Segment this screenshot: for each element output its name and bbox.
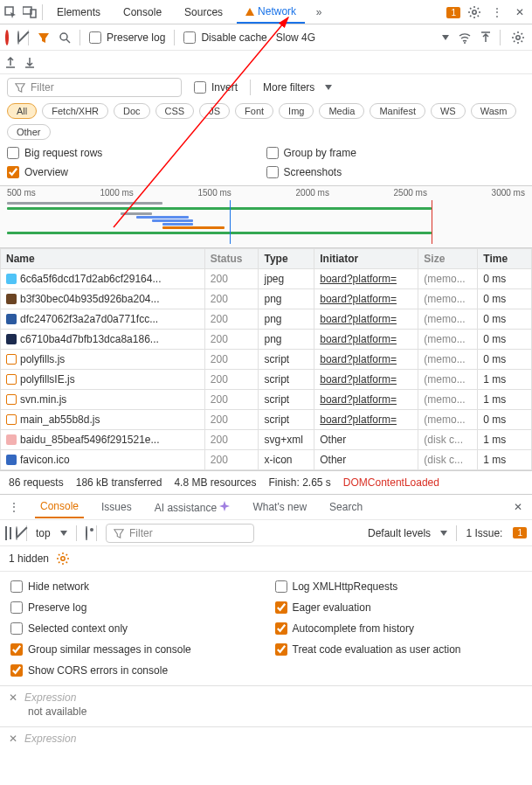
upload-icon[interactable]	[480, 31, 491, 44]
console-settings-icon[interactable]	[56, 552, 70, 566]
pill-css[interactable]: CSS	[155, 103, 195, 119]
live-expression-icon[interactable]	[86, 527, 87, 539]
preserve-log-checkbox[interactable]: Preserve log	[89, 31, 165, 44]
timeline-overview[interactable]: 500 ms 1000 ms 1500 ms 2000 ms 2500 ms 3…	[0, 185, 532, 248]
table-row[interactable]: polyfills.js200scriptboard?platform=(mem…	[1, 350, 532, 370]
pill-manifest[interactable]: Manifest	[370, 103, 425, 119]
cell-initiator[interactable]: Other	[320, 454, 346, 466]
tab-network[interactable]: Network	[237, 1, 305, 24]
drawer-tab-ai[interactable]: AI assistance	[149, 497, 236, 518]
filter-toggle-icon[interactable]	[38, 31, 50, 44]
context-select[interactable]: top	[36, 527, 67, 539]
pill-wasm[interactable]: Wasm	[471, 103, 517, 119]
group-similar-checkbox[interactable]: Group similar messages in console	[10, 643, 258, 656]
table-row[interactable]: c6710ba4d7bfb13dca8a186...200pngboard?pl…	[1, 330, 532, 350]
more-tabs-icon[interactable]: »	[310, 3, 328, 21]
export-icon[interactable]	[5, 56, 16, 68]
pill-img[interactable]: Img	[279, 103, 314, 119]
record-button[interactable]	[5, 31, 9, 44]
treat-code-checkbox[interactable]: Treat code evaluation as user action	[275, 643, 522, 656]
preserve-log-checkbox-2[interactable]: Preserve log	[10, 601, 258, 614]
remove-expression-icon[interactable]: ✕	[9, 691, 17, 704]
cell-initiator[interactable]: board?platform=	[320, 293, 397, 305]
pill-all[interactable]: All	[7, 103, 37, 119]
disable-cache-checkbox[interactable]: Disable cache	[183, 31, 266, 44]
screenshots-checkbox[interactable]: Screenshots	[266, 166, 526, 178]
cell-initiator[interactable]: board?platform=	[320, 313, 397, 325]
remove-expression-icon[interactable]: ✕	[9, 733, 17, 745]
settings-icon[interactable]	[466, 3, 483, 21]
show-cors-checkbox[interactable]: Show CORS errors in console	[10, 664, 258, 677]
expression-placeholder[interactable]: Expression	[24, 691, 76, 704]
table-row[interactable]: polyfillsIE.js200scriptboard?platform=(m…	[1, 370, 532, 390]
throttle-select[interactable]: Slow 4G	[276, 31, 315, 44]
eager-eval-checkbox[interactable]: Eager evaluation	[275, 601, 522, 614]
pill-ws[interactable]: WS	[431, 103, 466, 119]
col-status[interactable]: Status	[204, 249, 259, 269]
kebab-icon[interactable]: ⋮	[488, 3, 506, 21]
levels-select[interactable]: Default levels	[368, 527, 447, 539]
table-row[interactable]: dfc247062f3a2a7d0a771fcc...200pngboard?p…	[1, 309, 532, 330]
issues-indicator[interactable]: 1	[445, 6, 460, 18]
table-row[interactable]: b3f30bec04b935d926ba204...200pngboard?pl…	[1, 289, 532, 309]
cell-initiator[interactable]: board?platform=	[320, 353, 397, 365]
expression-placeholder[interactable]: Expression	[24, 733, 76, 745]
selected-context-checkbox[interactable]: Selected context only	[10, 622, 258, 635]
cell-initiator[interactable]: board?platform=	[320, 373, 397, 386]
hide-network-checkbox[interactable]: Hide network	[10, 580, 258, 593]
pill-font[interactable]: Font	[235, 103, 273, 119]
table-row[interactable]: favicon.ico200x-iconOther(disk c...1 ms	[1, 450, 532, 470]
drawer-tab-console[interactable]: Console	[35, 496, 84, 518]
pill-fetch[interactable]: Fetch/XHR	[42, 103, 108, 119]
network-settings-icon[interactable]	[509, 29, 527, 46]
pill-js[interactable]: JS	[199, 103, 230, 119]
wifi-icon[interactable]	[458, 31, 472, 44]
hidden-label: 1 hidden	[9, 552, 49, 565]
clear-button[interactable]	[17, 31, 19, 44]
cell-size: (memo...	[418, 370, 478, 390]
col-size[interactable]: Size	[418, 249, 478, 269]
filter-input[interactable]: Filter	[7, 78, 182, 97]
autocomplete-checkbox[interactable]: Autocomplete from history	[275, 622, 522, 635]
tab-sources[interactable]: Sources	[176, 2, 231, 23]
cell-initiator[interactable]: board?platform=	[320, 393, 397, 406]
inspect-icon[interactable]	[3, 5, 17, 19]
pill-media[interactable]: Media	[319, 103, 364, 119]
cell-initiator[interactable]: board?platform=	[320, 333, 397, 345]
col-time[interactable]: Time	[478, 249, 532, 269]
console-filter-input[interactable]: Filter	[106, 524, 254, 543]
tab-console[interactable]: Console	[114, 2, 170, 23]
pill-other[interactable]: Other	[7, 124, 51, 140]
clear-console-button[interactable]	[16, 527, 17, 539]
col-type[interactable]: Type	[259, 249, 314, 269]
drawer-close-icon[interactable]: ✕	[509, 498, 527, 516]
table-row[interactable]: 6c6a5f6dcd17d2ab6cf29164...200jpegboard?…	[1, 269, 532, 289]
more-filters-select[interactable]: More filters	[263, 81, 332, 94]
pill-doc[interactable]: Doc	[114, 103, 150, 119]
table-row[interactable]: main_ab55b8d.js200scriptboard?platform=(…	[1, 410, 532, 430]
cell-initiator[interactable]: board?platform=	[320, 413, 397, 426]
cell-initiator[interactable]: Other	[320, 434, 346, 446]
search-icon[interactable]	[59, 31, 71, 44]
big-rows-checkbox[interactable]: Big request rows	[7, 147, 266, 159]
invert-checkbox[interactable]: Invert	[194, 81, 238, 94]
issue-badge[interactable]: 1	[513, 527, 527, 538]
drawer-kebab-icon[interactable]: ⋮	[5, 498, 23, 516]
import-icon[interactable]	[24, 56, 35, 68]
group-frame-checkbox[interactable]: Group by frame	[266, 147, 526, 159]
drawer-tab-whatsnew[interactable]: What's new	[247, 497, 312, 518]
close-devtools-icon[interactable]: ✕	[511, 3, 529, 21]
drawer-tab-issues[interactable]: Issues	[96, 497, 137, 518]
table-row[interactable]: svn.min.js200scriptboard?platform=(memo.…	[1, 390, 532, 410]
col-initiator[interactable]: Initiator	[314, 249, 418, 269]
tab-elements[interactable]: Elements	[48, 2, 109, 23]
cell-initiator[interactable]: board?platform=	[320, 273, 397, 285]
log-xhr-checkbox[interactable]: Log XMLHttpRequests	[275, 580, 522, 593]
table-row[interactable]: baidu_85beaf5496f291521e...200svg+xmlOth…	[1, 430, 532, 450]
col-name[interactable]: Name	[1, 249, 205, 269]
device-icon[interactable]	[23, 5, 37, 19]
sidebar-toggle-icon[interactable]	[5, 527, 7, 539]
drawer-tab-search[interactable]: Search	[324, 497, 368, 518]
throttle-chevron-icon[interactable]	[442, 35, 449, 40]
overview-checkbox[interactable]: Overview	[7, 166, 266, 178]
